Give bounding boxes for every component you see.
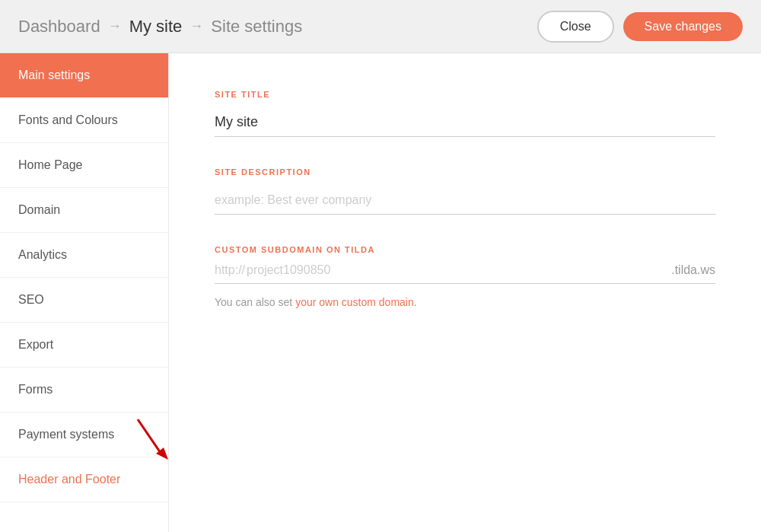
breadcrumb-mysite[interactable]: My site (129, 17, 183, 37)
sidebar-item-analytics[interactable]: Analytics (0, 233, 168, 278)
topbar-actions: Close Save changes (537, 11, 743, 43)
custom-domain-link[interactable]: your own custom domain. (295, 296, 417, 308)
close-button[interactable]: Close (537, 11, 614, 43)
subdomain-input[interactable] (247, 263, 668, 277)
subdomain-label: CUSTOM SUBDOMAIN ON TILDA (215, 245, 715, 254)
subdomain-suffix: .tilda.ws (671, 263, 715, 277)
site-title-group: SITE TITLE (215, 90, 715, 137)
site-description-label: SITE DESCRIPTION (215, 167, 715, 177)
site-title-label: SITE TITLE (215, 90, 715, 99)
sidebar-item-domain[interactable]: Domain (0, 188, 168, 233)
sidebar-item-fonts-colours[interactable]: Fonts and Colours (0, 98, 168, 143)
sidebar-item-header-footer[interactable]: Header and Footer☞ (0, 457, 168, 502)
subdomain-group: CUSTOM SUBDOMAIN ON TILDA http:// .tilda… (215, 245, 715, 308)
custom-domain-note: You can also set your own custom domain. (215, 296, 715, 308)
main-layout: Main settingsFonts and ColoursHome PageD… (0, 53, 761, 532)
breadcrumb-arrow-1: → (108, 18, 122, 34)
sidebar-item-main-settings[interactable]: Main settings (0, 53, 168, 98)
subdomain-row: http:// .tilda.ws (215, 263, 715, 284)
breadcrumb-site-settings: Site settings (211, 17, 302, 37)
site-description-group: SITE DESCRIPTION (215, 167, 715, 215)
sidebar-item-payment-systems[interactable]: Payment systems (0, 413, 168, 457)
sidebar-item-forms[interactable]: Forms (0, 368, 168, 413)
sidebar-item-home-page[interactable]: Home Page (0, 143, 168, 188)
site-title-input[interactable] (215, 108, 715, 137)
save-changes-button[interactable]: Save changes (623, 12, 743, 41)
breadcrumb: Dashboard → My site → Site settings (18, 17, 537, 37)
breadcrumb-arrow-2: → (189, 18, 203, 34)
subdomain-prefix: http:// (215, 263, 245, 277)
site-description-input[interactable] (215, 186, 715, 215)
content-area: SITE TITLE SITE DESCRIPTION CUSTOM SUBDO… (169, 53, 761, 532)
topbar: Dashboard → My site → Site settings Clos… (0, 0, 761, 53)
sidebar-item-seo[interactable]: SEO (0, 278, 168, 323)
sidebar: Main settingsFonts and ColoursHome PageD… (0, 53, 169, 532)
sidebar-item-export[interactable]: Export (0, 323, 168, 368)
breadcrumb-dashboard[interactable]: Dashboard (18, 17, 100, 37)
